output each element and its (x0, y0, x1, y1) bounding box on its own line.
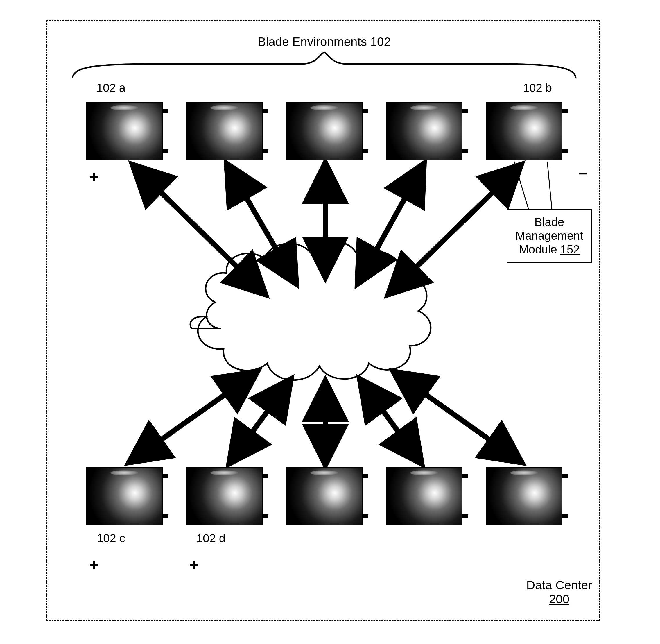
label-data-center: Data Center 200 (526, 578, 593, 606)
diagram-canvas: Blade Environments 102 102 a 102 b + − 1… (0, 0, 660, 644)
blade-handle-bottom (362, 514, 368, 519)
blade-bottom-2 (187, 468, 262, 525)
blade-handle-top (362, 109, 368, 113)
callout-line1: Blade (514, 215, 585, 229)
blade-glow (486, 468, 562, 525)
data-center-line1: Data Center (526, 578, 593, 592)
blade-drive-icon (210, 105, 238, 110)
blade-handle-bottom (562, 514, 568, 519)
label-102c: 102 c (91, 532, 131, 545)
blade-bottom-1 (87, 468, 162, 525)
blade-glow (187, 103, 262, 160)
blade-glow (286, 468, 362, 525)
blade-bottom-3 (286, 468, 362, 525)
blade-top-5 (486, 103, 562, 160)
blade-top-1 (87, 103, 162, 160)
blade-handle-top (162, 109, 168, 113)
callout-line3-num: 152 (560, 243, 580, 256)
blade-handle-bottom (262, 514, 268, 519)
blade-drive-icon (410, 105, 438, 110)
blade-handle-bottom (262, 150, 268, 154)
blade-drive-icon (110, 470, 138, 476)
blade-top-4 (386, 103, 462, 160)
blade-handle-top (162, 474, 168, 478)
callout-line3-prefix: Module (519, 243, 560, 256)
cloud-prefix: Peer-To-Peer Network (256, 322, 380, 336)
label-102a: 102 a (91, 82, 131, 94)
plus-102c: + (89, 555, 99, 574)
blade-handle-bottom (162, 514, 168, 519)
blade-handle-top (262, 109, 268, 113)
blade-handle-bottom (462, 150, 468, 154)
blade-glow (386, 468, 462, 525)
plus-102a: + (89, 167, 99, 186)
blade-handle-top (462, 474, 468, 478)
blade-glow (87, 103, 162, 160)
blade-glow (486, 103, 562, 160)
label-102b: 102 b (517, 82, 558, 94)
blade-handle-bottom (462, 514, 468, 519)
blade-drive-icon (310, 470, 338, 476)
blade-bottom-4 (386, 468, 462, 525)
blade-glow (187, 468, 262, 525)
blade-drive-icon (110, 105, 138, 110)
label-peer-to-peer-network: Peer-To-Peer Network 101 (253, 322, 404, 336)
blade-handle-top (462, 109, 468, 113)
blade-glow (87, 468, 162, 525)
blade-handle-bottom (362, 150, 368, 154)
cloud-num: 101 (380, 322, 401, 336)
blade-handle-top (362, 474, 368, 478)
blade-drive-icon (310, 105, 338, 110)
blade-glow (286, 103, 362, 160)
callout-line2: Management (514, 229, 585, 243)
blade-handle-top (562, 109, 568, 113)
blade-handle-bottom (162, 150, 168, 154)
blade-drive-icon (210, 470, 238, 476)
callout-line3: Module 152 (514, 243, 585, 256)
blade-drive-icon (510, 470, 538, 476)
blade-glow (386, 103, 462, 160)
blade-handle-top (562, 474, 568, 478)
plus-102d: + (189, 555, 199, 574)
data-center-num: 200 (549, 592, 569, 606)
blade-drive-icon (410, 470, 438, 476)
label-102d: 102 d (191, 532, 231, 545)
blade-handle-top (262, 474, 268, 478)
title-blade-environments: Blade Environments 102 (249, 35, 400, 49)
callout-blade-management-module: Blade Management Module 152 (506, 209, 592, 263)
minus-102b: − (578, 164, 588, 183)
blade-handle-bottom (562, 150, 568, 154)
blade-top-2 (187, 103, 262, 160)
blade-bottom-5 (486, 468, 562, 525)
blade-drive-icon (510, 105, 538, 110)
blade-top-3 (286, 103, 362, 160)
